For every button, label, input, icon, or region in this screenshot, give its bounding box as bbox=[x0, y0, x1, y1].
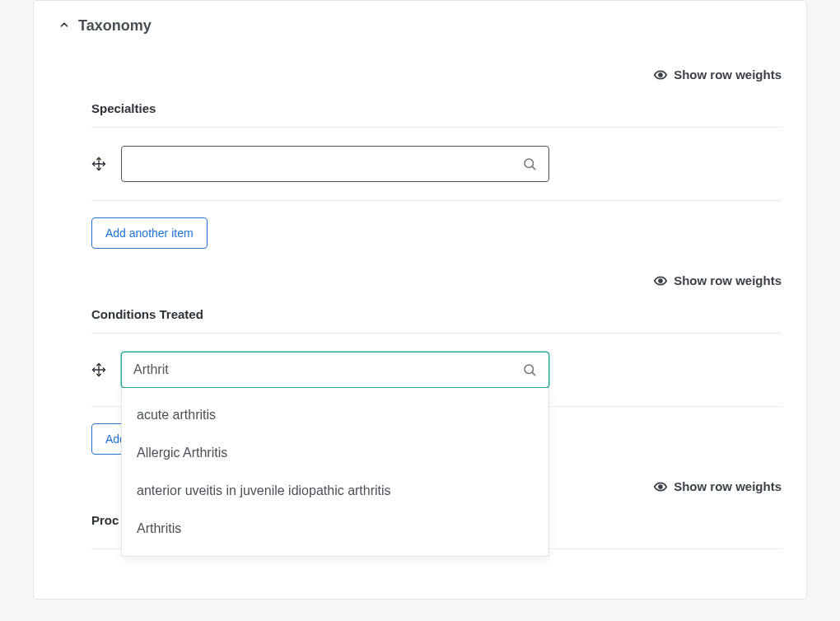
conditions-search-box[interactable] bbox=[121, 352, 549, 388]
autocomplete-option[interactable]: acute arthritis bbox=[122, 396, 548, 434]
drag-handle-icon[interactable] bbox=[91, 362, 106, 377]
eye-icon bbox=[654, 274, 667, 287]
chevron-up-icon bbox=[58, 19, 70, 33]
show-row-weights-label: Show row weights bbox=[674, 479, 782, 493]
autocomplete-option[interactable]: Allergic Arthritis bbox=[122, 434, 548, 472]
show-row-weights-conditions[interactable]: Show row weights bbox=[58, 273, 782, 287]
specialties-label: Specialties bbox=[91, 101, 782, 115]
add-another-item-specialties[interactable]: Add another item bbox=[91, 217, 208, 249]
procedures-label: Proc bbox=[91, 513, 119, 527]
specialties-input[interactable] bbox=[133, 156, 522, 171]
specialties-search-box[interactable] bbox=[121, 146, 549, 182]
eye-icon bbox=[654, 480, 667, 493]
svg-point-0 bbox=[659, 73, 662, 77]
drag-handle-icon[interactable] bbox=[91, 156, 106, 171]
autocomplete-option[interactable]: Arthritis bbox=[122, 510, 548, 548]
show-row-weights-specialties[interactable]: Show row weights bbox=[58, 68, 782, 82]
conditions-autocomplete-dropdown: acute arthritis Allergic Arthritis anter… bbox=[121, 388, 549, 557]
svg-line-9 bbox=[532, 372, 534, 375]
eye-icon bbox=[654, 68, 667, 82]
svg-point-5 bbox=[659, 279, 662, 282]
conditions-section: Show row weights Conditions Treated ac bbox=[58, 273, 782, 455]
specialties-section: Show row weights Specialties Add another… bbox=[58, 68, 782, 249]
conditions-input[interactable] bbox=[133, 362, 522, 377]
conditions-label: Conditions Treated bbox=[91, 307, 782, 321]
svg-point-10 bbox=[659, 485, 662, 488]
specialties-field-row bbox=[91, 127, 782, 201]
show-row-weights-label: Show row weights bbox=[674, 273, 782, 287]
search-icon bbox=[522, 362, 537, 377]
card-title: Taxonomy bbox=[78, 17, 152, 35]
search-icon bbox=[522, 156, 537, 171]
svg-line-4 bbox=[532, 166, 534, 169]
taxonomy-card: Taxonomy Show row weights Specialties bbox=[33, 0, 807, 600]
autocomplete-option[interactable]: anterior uveitis in juvenile idiopathic … bbox=[122, 472, 548, 510]
show-row-weights-label: Show row weights bbox=[674, 68, 782, 82]
conditions-field-row: acute arthritis Allergic Arthritis anter… bbox=[91, 333, 782, 407]
card-header[interactable]: Taxonomy bbox=[58, 17, 782, 35]
